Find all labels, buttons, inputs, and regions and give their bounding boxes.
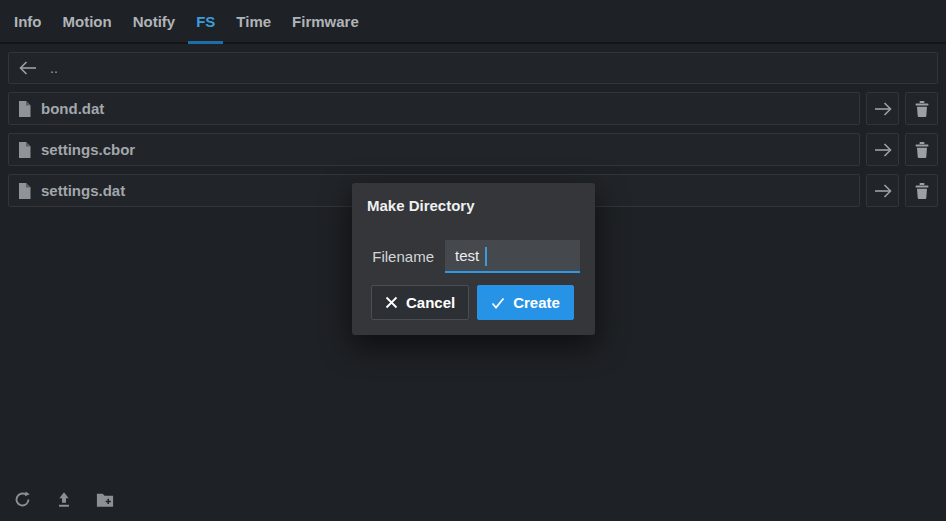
refresh-icon [13,490,32,509]
cancel-button-label: Cancel [406,294,455,311]
cancel-button[interactable]: Cancel [371,285,469,320]
create-button[interactable]: Create [477,285,574,320]
tab-motion[interactable]: Motion [55,0,120,42]
arrow-right-icon [874,184,892,198]
file-icon [18,142,31,158]
file-row: bond.dat [8,92,938,125]
filename-form-row: Filename [367,240,580,273]
create-button-label: Create [513,294,560,311]
file-name: bond.dat [41,100,104,117]
make-directory-button[interactable] [96,490,114,509]
arrow-left-icon [19,61,37,75]
tab-notify[interactable]: Notify [125,0,184,42]
parent-directory-label: .. [50,60,58,76]
trash-icon [915,183,929,199]
filename-label: Filename [367,248,445,265]
x-icon [385,296,398,309]
trash-icon [915,142,929,158]
tab-firmware[interactable]: Firmware [284,0,367,42]
arrow-right-icon [874,143,892,157]
tab-bar: Info Motion Notify FS Time Firmware [0,0,946,44]
parent-directory-row[interactable]: .. [8,52,938,84]
delete-file-button[interactable] [905,174,938,207]
filename-input[interactable] [445,240,580,273]
check-icon [491,297,505,309]
make-directory-dialog: Make Directory Filename Cancel Create [352,183,595,335]
tab-info[interactable]: Info [6,0,50,42]
dialog-buttons: Cancel Create [367,285,580,320]
file-row: settings.cbor [8,133,938,166]
file-entry-bond-dat[interactable]: bond.dat [8,92,860,125]
file-icon [18,183,31,199]
open-file-button[interactable] [866,174,899,207]
filename-input-wrap [445,240,580,273]
fs-toolbar [13,490,114,509]
upload-button[interactable] [55,490,73,509]
folder-plus-icon [96,492,114,508]
refresh-button[interactable] [13,490,32,509]
file-name: settings.cbor [41,141,135,158]
upload-icon [55,491,73,509]
file-entry-settings-cbor[interactable]: settings.cbor [8,133,860,166]
fs-page: { "tab_bar": { "tabs": [ { "label": "Inf… [0,0,946,521]
arrow-right-icon [874,102,892,116]
file-name: settings.dat [41,182,125,199]
trash-icon [915,101,929,117]
text-caret [485,247,487,266]
file-icon [18,101,31,117]
delete-file-button[interactable] [905,133,938,166]
tab-time[interactable]: Time [228,0,279,42]
open-file-button[interactable] [866,92,899,125]
open-file-button[interactable] [866,133,899,166]
delete-file-button[interactable] [905,92,938,125]
tab-fs[interactable]: FS [188,0,223,42]
dialog-title: Make Directory [367,197,580,214]
